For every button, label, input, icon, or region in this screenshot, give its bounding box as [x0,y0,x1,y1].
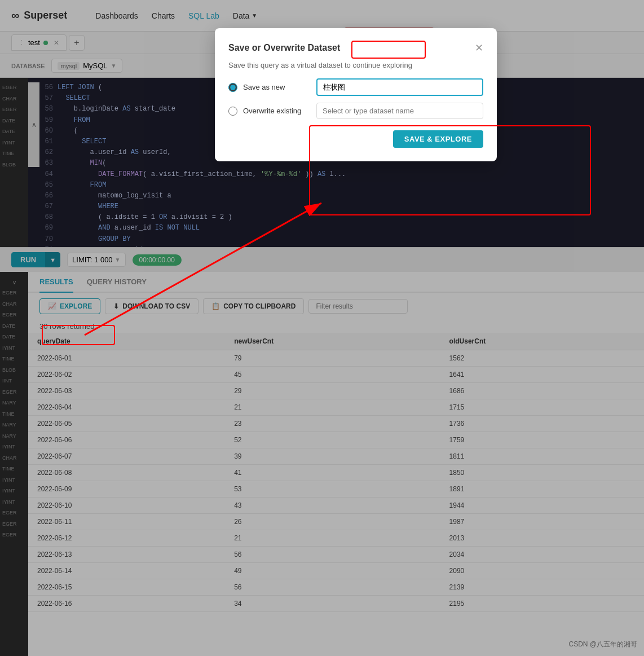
modal-footer: SAVE & EXPLORE [228,130,483,148]
dataset-name-input[interactable] [316,78,483,96]
modal-header: Save or Overwrite Dataset ✕ [228,42,483,54]
watermark: CSDN @八五年的湘哥 [568,640,637,649]
modal-title: Save or Overwrite Dataset [228,43,340,53]
modal-overlay: Save or Overwrite Dataset ✕ Save this qu… [0,0,644,656]
modal-close-button[interactable]: ✕ [475,42,483,54]
modal-option-save-new: Save as new [228,78,483,96]
overwrite-dataset-input[interactable] [316,103,483,119]
radio-overwrite[interactable] [228,107,237,116]
option-overwrite-label: Overwrite existing [243,107,311,115]
save-explore-button[interactable]: SAVE & EXPLORE [393,130,483,148]
save-dataset-modal: Save or Overwrite Dataset ✕ Save this qu… [215,28,497,161]
modal-description: Save this query as a virtual dataset to … [228,61,483,69]
radio-save-new[interactable] [228,83,237,92]
option-save-new-label: Save as new [243,83,311,91]
modal-option-overwrite: Overwrite existing [228,103,483,119]
modal-options: Save as new Overwrite existing [228,78,483,119]
